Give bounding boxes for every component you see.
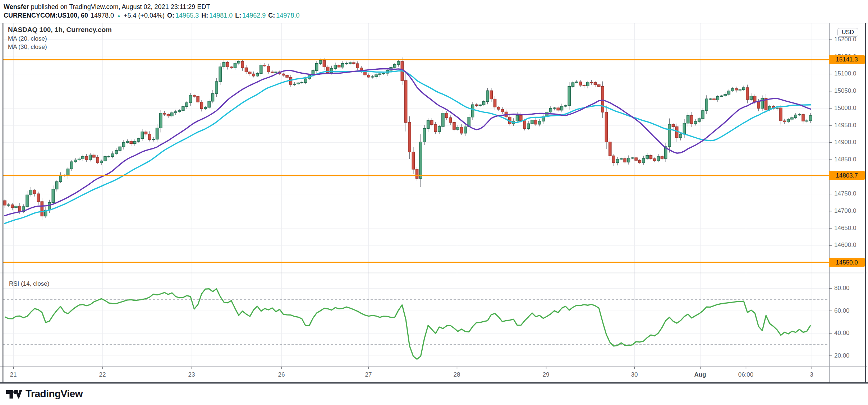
tradingview-logo-icon xyxy=(6,388,22,400)
rsi-axis-label: 80.00 xyxy=(834,285,850,292)
tradingview-wordmark: TradingView xyxy=(26,388,83,400)
ma20-legend-label[interactable]: MA (20, close) xyxy=(8,34,112,43)
candlestick-series xyxy=(4,57,812,220)
chart-frame xyxy=(0,23,868,383)
gridlines xyxy=(3,23,829,367)
rsi-legend-label[interactable]: RSI (14, close) xyxy=(9,280,49,287)
close-value: 14978.0 xyxy=(276,11,299,20)
tradingview-branding[interactable]: TradingView xyxy=(6,388,83,400)
time-axis-label: Aug xyxy=(694,371,706,378)
high-group: H:14981.0 xyxy=(201,11,233,20)
price-axis-label: 15100.0 xyxy=(834,70,856,77)
chart-legend: NASDAQ 100, 1h, Currency.com MA (20, clo… xyxy=(8,25,112,51)
price-axis-label: 14600.0 xyxy=(834,241,856,249)
time-axis-label: 21 xyxy=(10,371,17,378)
high-value: 14981.0 xyxy=(209,11,233,20)
rsi-line xyxy=(5,289,811,359)
time-axis-label: 3 xyxy=(810,371,813,378)
rsi-axis-label: 60.00 xyxy=(834,307,850,314)
time-axis-label: 30 xyxy=(631,371,638,378)
low-value: 14962.9 xyxy=(242,11,266,20)
close-group: C:14978.0 xyxy=(268,11,299,20)
up-arrow-icon: ▲ xyxy=(116,11,121,20)
publish-line: Wensfer published on TradingView.com, Au… xyxy=(4,3,299,11)
ma30-legend-label[interactable]: MA (30, close) xyxy=(8,43,112,51)
snapshot-header: Wensfer published on TradingView.com, Au… xyxy=(4,3,299,20)
currency-unit-button[interactable]: USD xyxy=(837,28,858,37)
price-axis-label: 15050.0 xyxy=(834,87,856,95)
chart-title[interactable]: NASDAQ 100, 1h, Currency.com xyxy=(8,25,112,34)
horizontal-level-lines[interactable] xyxy=(3,60,829,262)
price-axis-label: 15200.0 xyxy=(834,36,856,43)
symbol-name: CURRENCYCOM:US100, 60 xyxy=(4,11,88,20)
price-axis-label: 14750.0 xyxy=(834,190,856,197)
chart-canvas[interactable] xyxy=(0,0,868,405)
price-axis-label: 15000.0 xyxy=(834,105,856,112)
time-axis-label: 06:00 xyxy=(738,371,754,378)
symbol-line: CURRENCYCOM:US100, 60 14978.0 ▲ +5.4 (+0… xyxy=(4,11,299,20)
time-axis-label: 29 xyxy=(543,371,550,378)
price-axis-label: 14850.0 xyxy=(834,156,856,163)
time-axis-label: 27 xyxy=(365,371,372,378)
time-axis-label: 28 xyxy=(454,371,460,378)
tradingview-snapshot: Wensfer published on TradingView.com, Au… xyxy=(0,0,868,405)
open-value: 14965.3 xyxy=(175,11,199,20)
price-level-badge: 14803.7 xyxy=(829,171,865,180)
open-group: O:14965.3 xyxy=(167,11,199,20)
time-axis-label: 26 xyxy=(278,371,285,378)
moving-averages xyxy=(5,69,811,224)
time-axis-label: 22 xyxy=(99,371,106,378)
price-level-badge: 14550.0 xyxy=(829,258,865,267)
rsi-axis-label: 40.00 xyxy=(834,330,850,337)
price-change: +5.4 (+0.04%) xyxy=(124,11,165,20)
price-axis-label: 14700.0 xyxy=(834,207,856,215)
price-axis-label: 14900.0 xyxy=(834,139,856,146)
price-axis-label: 14650.0 xyxy=(834,225,856,232)
last-price: 14978.0 xyxy=(91,11,114,20)
rsi-axis-label: 20.00 xyxy=(834,352,850,359)
price-axis-label: 14950.0 xyxy=(834,122,856,129)
ma20-line xyxy=(5,69,811,216)
low-group: L:14962.9 xyxy=(235,11,266,20)
time-axis-label: 23 xyxy=(188,371,195,378)
author-name: Wensfer xyxy=(4,3,29,10)
price-level-badge: 15141.3 xyxy=(829,55,865,64)
ma30-line xyxy=(5,71,811,224)
publish-text: published on TradingView.com, August 02,… xyxy=(29,3,210,10)
